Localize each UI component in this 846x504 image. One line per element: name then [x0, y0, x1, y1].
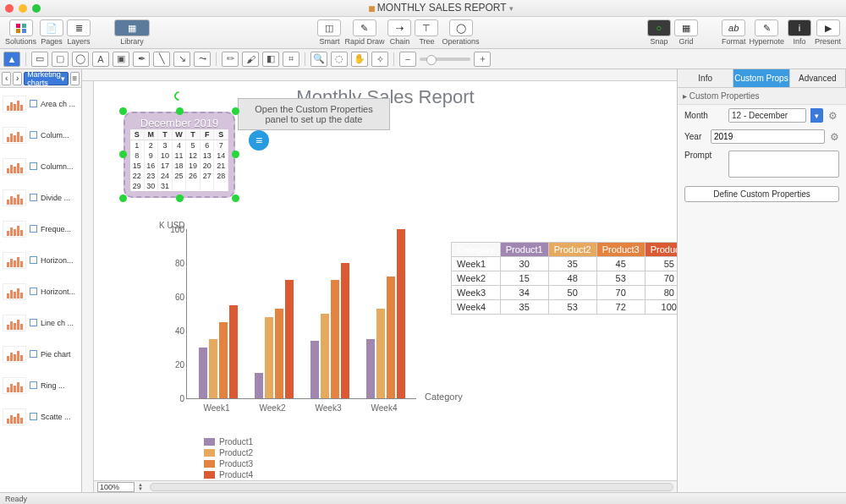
zoom-value[interactable]: 100%	[97, 482, 135, 492]
library-checkbox[interactable]	[30, 100, 37, 107]
ellipse-tool[interactable]: ◯	[72, 52, 89, 67]
grid-button[interactable]: ▦	[674, 19, 698, 36]
tree-button[interactable]: ⊤	[415, 19, 438, 36]
zoom-stepper[interactable]: ▲▼	[138, 483, 146, 491]
pages-button[interactable]: 📄	[40, 19, 63, 36]
gear-icon[interactable]: ⚙	[828, 110, 839, 121]
library-item[interactable]: Divide ...	[0, 182, 81, 213]
library-button[interactable]: ▦	[114, 19, 150, 36]
stamp-tool[interactable]: ⌗	[283, 52, 299, 67]
year-label: Year	[684, 132, 706, 141]
close-window-icon[interactable]	[5, 4, 14, 13]
info-button[interactable]: i	[788, 19, 811, 36]
pen-tool[interactable]: ✒	[133, 52, 150, 67]
solutions-button[interactable]	[9, 19, 33, 36]
resize-handle[interactable]	[176, 107, 184, 115]
canvas-area[interactable]: Monthly Sales Report Open the Custom Pro…	[82, 69, 677, 492]
library-checkbox[interactable]	[30, 162, 37, 170]
resize-handle[interactable]	[119, 194, 127, 202]
text-tool[interactable]: A	[92, 52, 109, 67]
maximize-window-icon[interactable]	[32, 4, 41, 13]
library-item[interactable]: Ring ...	[0, 370, 81, 401]
main-toolbar: Solutions 📄Pages ≣Layers ▦Library ◫Smart…	[0, 17, 846, 49]
month-select[interactable]: 12 - December	[728, 108, 806, 123]
library-item[interactable]: Column...	[0, 151, 81, 182]
library-picker[interactable]: Marketing charts▾	[24, 72, 69, 85]
data-table[interactable]: CategoryProduct1Product2Product3Product4…	[451, 242, 677, 315]
library-item[interactable]: Freque...	[0, 213, 81, 244]
zoom-tool[interactable]: 🔍	[310, 52, 327, 67]
canvas-footer: 100% ▲▼	[94, 480, 677, 492]
gear-icon[interactable]: ⚙	[830, 131, 839, 142]
library-checkbox[interactable]	[30, 225, 37, 233]
library-checkbox[interactable]	[30, 288, 37, 295]
library-checkbox[interactable]	[30, 381, 37, 389]
crop-tool[interactable]: ⟡	[371, 52, 388, 67]
eraser-tool[interactable]: ◧	[262, 52, 279, 67]
tab-info[interactable]: Info	[678, 69, 733, 87]
year-input[interactable]	[711, 129, 825, 144]
connector-tool[interactable]: ⤳	[194, 52, 211, 67]
library-checkbox[interactable]	[30, 256, 37, 264]
tab-advanced[interactable]: Advanced	[790, 69, 846, 87]
format-button[interactable]: ab	[722, 19, 745, 36]
present-button[interactable]: ▶	[816, 19, 840, 36]
library-checkbox[interactable]	[30, 413, 37, 420]
svg-rect-1	[22, 24, 26, 28]
library-item[interactable]: Pie chart	[0, 338, 81, 370]
horizontal-scrollbar[interactable]	[150, 483, 673, 491]
rounded-rect-tool[interactable]: ▢	[52, 52, 69, 67]
library-item[interactable]: Scatte ...	[0, 401, 81, 432]
lasso-tool[interactable]: ◌	[331, 52, 348, 67]
arrow-tool[interactable]: ↘	[173, 52, 190, 67]
month-dropdown-button[interactable]: ▾	[810, 108, 823, 123]
library-checkbox[interactable]	[30, 319, 37, 326]
hand-tool[interactable]: ✋	[351, 52, 368, 67]
library-item-label: Horizon...	[41, 256, 79, 265]
line-tool[interactable]: ╲	[153, 52, 170, 67]
tab-custom-props[interactable]: Custom Props	[733, 69, 789, 87]
library-collapse-button[interactable]: ≡	[70, 72, 80, 85]
snap-button[interactable]: ○	[647, 19, 671, 36]
resize-handle[interactable]	[232, 151, 239, 158]
chart-legend: Product1Product2Product3Product4	[204, 436, 253, 480]
library-checkbox[interactable]	[30, 194, 37, 201]
vertical-ruler	[82, 81, 94, 492]
bar-chart[interactable]: K USD 020406080100 Category Week1Week2We…	[157, 229, 420, 424]
define-custom-properties-button[interactable]: Define Custom Properties	[684, 186, 839, 202]
operations-button[interactable]: ◯	[449, 19, 473, 36]
resize-handle[interactable]	[232, 107, 239, 115]
pencil-tool[interactable]: ✏	[222, 52, 239, 67]
library-item[interactable]: Colum...	[0, 119, 81, 151]
library-item[interactable]: Horizont...	[0, 276, 81, 307]
hypernote-button[interactable]: ✎	[755, 19, 778, 36]
pointer-tool[interactable]: ▲	[3, 52, 20, 67]
prompt-input[interactable]	[728, 151, 839, 178]
action-menu-button[interactable]: ≡	[249, 130, 269, 151]
zoom-slider[interactable]	[420, 58, 470, 61]
resize-handle[interactable]	[176, 194, 184, 202]
calendar-object[interactable]: December 2019 SMTWTFS1234567891011121314…	[124, 112, 235, 198]
rect-tool[interactable]: ▭	[31, 52, 48, 67]
library-checkbox[interactable]	[30, 350, 37, 358]
brush-tool[interactable]: 🖌	[242, 52, 259, 67]
library-checkbox[interactable]	[30, 131, 37, 139]
library-next-button[interactable]: ›	[13, 72, 22, 85]
smart-button[interactable]: ◫	[317, 19, 341, 36]
rapid-draw-button[interactable]: ✎	[353, 19, 376, 36]
resize-handle[interactable]	[232, 194, 239, 202]
x-tick: Week4	[360, 403, 408, 413]
layers-button[interactable]: ≣	[67, 19, 91, 36]
chain-button[interactable]: ⇢	[387, 19, 411, 36]
library-item[interactable]: Line ch ...	[0, 307, 81, 338]
library-prev-button[interactable]: ‹	[2, 72, 11, 85]
minimize-window-icon[interactable]	[19, 4, 27, 13]
resize-handle[interactable]	[119, 107, 127, 115]
zoom-in-button[interactable]: ＋	[474, 52, 491, 67]
resize-handle[interactable]	[119, 151, 127, 158]
library-item[interactable]: Horizon...	[0, 244, 81, 276]
library-thumb-icon	[3, 127, 26, 144]
zoom-out-button[interactable]: −	[399, 52, 416, 67]
library-item[interactable]: Area ch ...	[0, 88, 81, 119]
textbox-tool[interactable]: ▣	[113, 52, 129, 67]
